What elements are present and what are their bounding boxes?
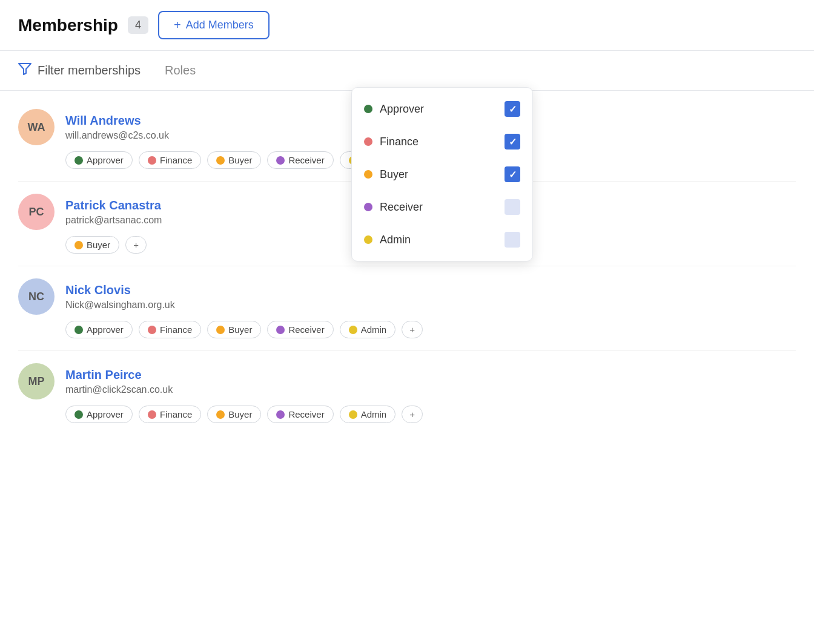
tag-buyer: Buyer (207, 406, 261, 423)
tag-label: Buyer (228, 409, 252, 419)
dropdown-item-text-approver: Approver (380, 103, 424, 116)
tag-label: Admin (361, 409, 387, 419)
tag-label: Finance (160, 324, 192, 335)
member-header-martin-peirce: MP Martin Peirce martin@click2scan.co.uk (18, 363, 796, 399)
tag-dot-finance (148, 156, 156, 165)
checkbox-checked-finance[interactable]: ✓ (505, 134, 520, 150)
dropdown-item-text-buyer: Buyer (380, 168, 408, 181)
tag-label: Finance (160, 409, 192, 419)
member-count-badge: 4 (128, 16, 148, 34)
tag-dot-buyer (216, 156, 225, 165)
tag-dot-buyer (74, 241, 83, 249)
tag-approver: Approver (65, 406, 133, 423)
dot-receiver (364, 203, 372, 211)
dropdown-item-receiver[interactable]: Receiver (352, 191, 532, 223)
member-name-patrick-canastra[interactable]: Patrick Canastra (65, 199, 162, 212)
tag-buyer: Buyer (65, 236, 119, 254)
tag-dot-admin (349, 410, 357, 419)
member-name-martin-peirce[interactable]: Martin Peirce (65, 368, 173, 382)
dropdown-item-text-admin: Admin (380, 234, 411, 246)
avatar-will-andrews: WA (18, 109, 55, 145)
member-email-martin-peirce: martin@click2scan.co.uk (65, 384, 173, 395)
tag-receiver: Receiver (267, 406, 333, 423)
avatar-patrick-canastra: PC (18, 194, 55, 230)
tag-finance: Finance (139, 406, 201, 423)
avatar-initials-patrick-canastra: PC (28, 206, 44, 218)
tag-label: Approver (87, 324, 124, 335)
avatar-martin-peirce: MP (18, 363, 55, 399)
dropdown-item-label-admin: Admin (364, 234, 411, 246)
tag-dot-approver (74, 156, 83, 165)
tag-buyer: Buyer (207, 321, 261, 338)
tag-label: Buyer (87, 240, 110, 250)
tag-dot-finance (148, 410, 156, 419)
page-title: Membership (18, 16, 118, 35)
member-info-martin-peirce: Martin Peirce martin@click2scan.co.uk (65, 368, 173, 395)
checkbox-checked-approver[interactable]: ✓ (505, 101, 520, 117)
dot-finance (364, 137, 372, 146)
member-info-will-andrews: Will Andrews will.andrews@c2s.co.uk (65, 114, 169, 141)
member-card-nick-clovis: NC Nick Clovis Nick@walsingham.org.uk Ap… (18, 266, 796, 351)
more-tags-button[interactable]: + (402, 321, 423, 338)
member-info-patrick-canastra: Patrick Canastra patrick@artsanac.com (65, 199, 162, 226)
member-card-martin-peirce: MP Martin Peirce martin@click2scan.co.uk… (18, 351, 796, 435)
avatar-nick-clovis: NC (18, 278, 55, 315)
tag-dot-receiver (276, 410, 285, 419)
member-header-nick-clovis: NC Nick Clovis Nick@walsingham.org.uk (18, 278, 796, 315)
member-email-will-andrews: will.andrews@c2s.co.uk (65, 130, 169, 141)
dropdown-item-admin[interactable]: Admin (352, 223, 532, 256)
member-name-nick-clovis[interactable]: Nick Clovis (65, 283, 175, 297)
tag-label: Buyer (228, 155, 252, 165)
dot-admin (364, 235, 372, 244)
roles-dropdown: Approver ✓ Finance ✓ Buyer ✓ Receiver (351, 87, 533, 261)
roles-label: Roles (165, 64, 196, 77)
dropdown-item-finance[interactable]: Finance ✓ (352, 125, 532, 158)
dot-buyer (364, 170, 372, 179)
tag-label: Admin (361, 324, 387, 335)
tag-dot-finance (148, 326, 156, 334)
avatar-initials-nick-clovis: NC (28, 291, 44, 303)
tag-label: Approver (87, 409, 124, 419)
tag-dot-receiver (276, 156, 285, 165)
more-tags-button[interactable]: + (125, 236, 147, 254)
tag-dot-approver (74, 410, 83, 419)
tag-label: Receiver (288, 324, 324, 335)
member-email-nick-clovis: Nick@walsingham.org.uk (65, 300, 175, 310)
member-info-nick-clovis: Nick Clovis Nick@walsingham.org.uk (65, 283, 175, 310)
dropdown-item-approver[interactable]: Approver ✓ (352, 93, 532, 125)
tag-receiver: Receiver (267, 151, 333, 169)
add-members-label: Add Members (186, 19, 254, 31)
dropdown-item-buyer[interactable]: Buyer ✓ (352, 158, 532, 191)
tag-label: Finance (160, 155, 192, 165)
tag-label: Receiver (288, 409, 324, 419)
dropdown-item-text-finance: Finance (380, 136, 419, 148)
checkbox-unchecked-receiver[interactable] (505, 199, 520, 215)
dropdown-item-label-approver: Approver (364, 103, 424, 116)
tag-label: Approver (87, 155, 124, 165)
filter-label-text: Filter memberships (38, 64, 141, 77)
tag-dot-buyer (216, 326, 225, 334)
page-header: Membership 4 + Add Members (0, 0, 814, 51)
add-members-button[interactable]: + Add Members (158, 11, 270, 39)
dropdown-item-label-finance: Finance (364, 136, 419, 148)
tag-finance: Finance (139, 321, 201, 338)
tags-row-martin-peirce: Approver Finance Buyer Receiver Admin (65, 406, 796, 423)
tag-admin: Admin (340, 406, 396, 423)
more-tags-button[interactable]: + (402, 406, 423, 423)
tag-dot-admin (349, 326, 357, 334)
dropdown-item-text-receiver: Receiver (380, 201, 423, 214)
tag-dot-receiver (276, 326, 285, 334)
plus-icon: + (174, 18, 181, 32)
dot-approver (364, 105, 372, 113)
tag-dot-buyer (216, 410, 225, 419)
filter-bar: Filter memberships Roles Approver ✓ Fina… (0, 51, 814, 91)
tag-dot-approver (74, 326, 83, 334)
checkbox-checked-buyer[interactable]: ✓ (505, 166, 520, 182)
checkbox-unchecked-admin[interactable] (505, 232, 520, 248)
tag-label: Receiver (288, 155, 324, 165)
tag-approver: Approver (65, 151, 133, 169)
member-name-will-andrews[interactable]: Will Andrews (65, 114, 169, 128)
tag-admin: Admin (340, 321, 396, 338)
filter-memberships-button[interactable]: Filter memberships (18, 63, 141, 78)
avatar-initials-martin-peirce: MP (28, 375, 45, 388)
